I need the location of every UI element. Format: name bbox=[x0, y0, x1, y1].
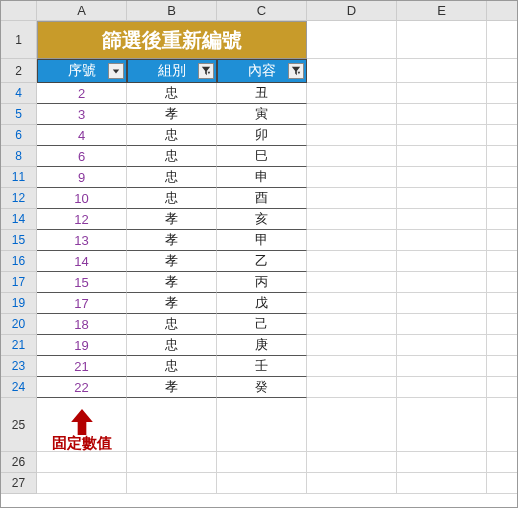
cell-c-6[interactable]: 卯 bbox=[217, 125, 307, 146]
cell-b-14[interactable]: 孝 bbox=[127, 209, 217, 230]
row-head-19[interactable]: 19 bbox=[1, 293, 37, 314]
cell-c-17[interactable]: 丙 bbox=[217, 272, 307, 293]
cell-empty bbox=[397, 83, 487, 104]
cell-a-19[interactable]: 17 bbox=[37, 293, 127, 314]
cell-a-14[interactable]: 12 bbox=[37, 209, 127, 230]
row-head-14[interactable]: 14 bbox=[1, 209, 37, 230]
cell-a-8[interactable]: 6 bbox=[37, 146, 127, 167]
header-c[interactable]: 內容 bbox=[217, 59, 307, 83]
col-head-e[interactable]: E bbox=[397, 1, 487, 21]
cell-b-11[interactable]: 忠 bbox=[127, 167, 217, 188]
cell-empty bbox=[397, 59, 487, 83]
row-head-27[interactable]: 27 bbox=[1, 473, 37, 494]
cell-c-23[interactable]: 壬 bbox=[217, 356, 307, 377]
row-head-16[interactable]: 16 bbox=[1, 251, 37, 272]
row-head-8[interactable]: 8 bbox=[1, 146, 37, 167]
cell-empty bbox=[397, 335, 487, 356]
cell-b-16[interactable]: 孝 bbox=[127, 251, 217, 272]
cell-c-21[interactable]: 庚 bbox=[217, 335, 307, 356]
cell-empty bbox=[307, 59, 397, 83]
cell-b-20[interactable]: 忠 bbox=[127, 314, 217, 335]
select-all-corner[interactable] bbox=[1, 1, 37, 21]
cell-empty bbox=[307, 335, 397, 356]
cell-empty bbox=[487, 272, 518, 293]
cell-a-16[interactable]: 14 bbox=[37, 251, 127, 272]
cell-empty bbox=[397, 104, 487, 125]
cell-c-16[interactable]: 乙 bbox=[217, 251, 307, 272]
row-head-15[interactable]: 15 bbox=[1, 230, 37, 251]
cell-empty bbox=[487, 398, 518, 452]
cell-a-20[interactable]: 18 bbox=[37, 314, 127, 335]
cell-empty bbox=[397, 356, 487, 377]
cell-c-12[interactable]: 酉 bbox=[217, 188, 307, 209]
cell-b-23[interactable]: 忠 bbox=[127, 356, 217, 377]
cell-a-17[interactable]: 15 bbox=[37, 272, 127, 293]
cell-empty bbox=[487, 356, 518, 377]
row-head-5[interactable]: 5 bbox=[1, 104, 37, 125]
cell-empty bbox=[397, 452, 487, 473]
cell-c-8[interactable]: 巳 bbox=[217, 146, 307, 167]
row-head-4[interactable]: 4 bbox=[1, 83, 37, 104]
cell-c-20[interactable]: 己 bbox=[217, 314, 307, 335]
cell-b-8[interactable]: 忠 bbox=[127, 146, 217, 167]
row-head-6[interactable]: 6 bbox=[1, 125, 37, 146]
cell-b-4[interactable]: 忠 bbox=[127, 83, 217, 104]
filter-dropdown-icon[interactable] bbox=[108, 63, 124, 79]
col-head-b[interactable]: B bbox=[127, 1, 217, 21]
cell-a-4[interactable]: 2 bbox=[37, 83, 127, 104]
cell-a-12[interactable]: 10 bbox=[37, 188, 127, 209]
cell-a-24[interactable]: 22 bbox=[37, 377, 127, 398]
cell-a-6[interactable]: 4 bbox=[37, 125, 127, 146]
cell-empty bbox=[307, 104, 397, 125]
col-head-c[interactable]: C bbox=[217, 1, 307, 21]
filter-active-icon[interactable] bbox=[198, 63, 214, 79]
cell-empty bbox=[487, 83, 518, 104]
cell-empty bbox=[307, 230, 397, 251]
cell-b-24[interactable]: 孝 bbox=[127, 377, 217, 398]
col-head-d[interactable]: D bbox=[307, 1, 397, 21]
row-head-1[interactable]: 1 bbox=[1, 21, 37, 59]
row-head-25[interactable]: 25 bbox=[1, 398, 37, 452]
row-head-11[interactable]: 11 bbox=[1, 167, 37, 188]
filter-active-icon[interactable] bbox=[288, 63, 304, 79]
col-head-a[interactable]: A bbox=[37, 1, 127, 21]
row-head-23[interactable]: 23 bbox=[1, 356, 37, 377]
cell-c-24[interactable]: 癸 bbox=[217, 377, 307, 398]
cell-empty bbox=[487, 293, 518, 314]
cell-b-21[interactable]: 忠 bbox=[127, 335, 217, 356]
cell-empty bbox=[307, 167, 397, 188]
cell-b-5[interactable]: 孝 bbox=[127, 104, 217, 125]
cell-b-12[interactable]: 忠 bbox=[127, 188, 217, 209]
cell-a-23[interactable]: 21 bbox=[37, 356, 127, 377]
row-head-21[interactable]: 21 bbox=[1, 335, 37, 356]
row-head-2[interactable]: 2 bbox=[1, 59, 37, 83]
header-a[interactable]: 序號 bbox=[37, 59, 127, 83]
cell-b-19[interactable]: 孝 bbox=[127, 293, 217, 314]
cell-empty bbox=[307, 293, 397, 314]
cell-c-5[interactable]: 寅 bbox=[217, 104, 307, 125]
cell-b-15[interactable]: 孝 bbox=[127, 230, 217, 251]
row-head-12[interactable]: 12 bbox=[1, 188, 37, 209]
cell-c-4[interactable]: 丑 bbox=[217, 83, 307, 104]
cell-b-6[interactable]: 忠 bbox=[127, 125, 217, 146]
col-head-f[interactable]: F bbox=[487, 1, 518, 21]
row-head-20[interactable]: 20 bbox=[1, 314, 37, 335]
cell-c-11[interactable]: 申 bbox=[217, 167, 307, 188]
cell-a-21[interactable]: 19 bbox=[37, 335, 127, 356]
cell-c-15[interactable]: 甲 bbox=[217, 230, 307, 251]
cell-empty bbox=[397, 293, 487, 314]
cell-a-11[interactable]: 9 bbox=[37, 167, 127, 188]
cell-empty bbox=[487, 167, 518, 188]
row-head-26[interactable]: 26 bbox=[1, 452, 37, 473]
row-head-24[interactable]: 24 bbox=[1, 377, 37, 398]
cell-empty bbox=[37, 473, 127, 494]
cell-b-17[interactable]: 孝 bbox=[127, 272, 217, 293]
cell-c-14[interactable]: 亥 bbox=[217, 209, 307, 230]
row-head-17[interactable]: 17 bbox=[1, 272, 37, 293]
cell-a-15[interactable]: 13 bbox=[37, 230, 127, 251]
cell-a-5[interactable]: 3 bbox=[37, 104, 127, 125]
header-b[interactable]: 組別 bbox=[127, 59, 217, 83]
cell-empty bbox=[397, 209, 487, 230]
cell-empty bbox=[307, 314, 397, 335]
cell-c-19[interactable]: 戊 bbox=[217, 293, 307, 314]
